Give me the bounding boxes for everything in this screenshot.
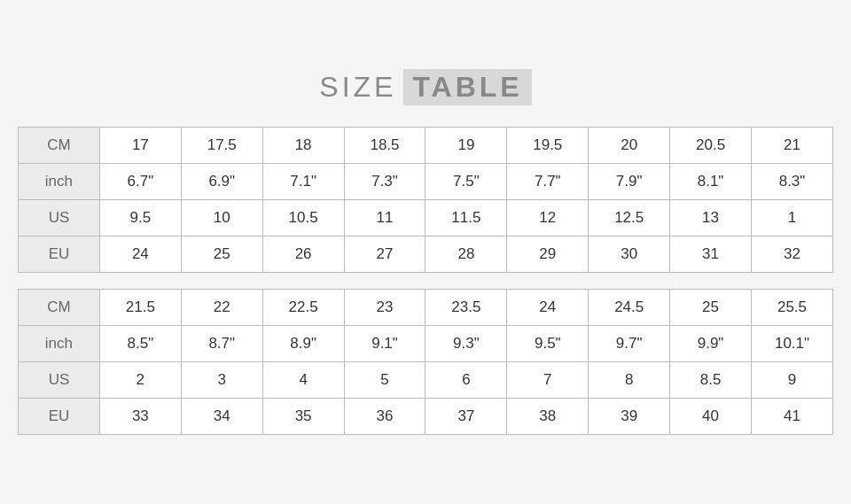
table-cell: 33 (99, 399, 181, 435)
table-cell: 23 (344, 290, 426, 326)
table-cell: 9.5" (507, 326, 589, 362)
table-cell: 19 (426, 128, 507, 164)
table-cell: 12 (507, 200, 589, 236)
table-cell: 34 (181, 399, 262, 435)
table-cell: 21.5 (99, 290, 181, 326)
table-cell: 10 (181, 200, 262, 236)
row-label: US (19, 362, 100, 399)
table-cell: 40 (670, 399, 752, 435)
row-label: CM (19, 128, 100, 164)
table-cell: 20 (589, 128, 670, 164)
table-cell: 27 (344, 236, 426, 273)
table-cell: 24.5 (589, 290, 670, 326)
table-cell: 6.9" (181, 164, 262, 200)
table-cell: 32 (752, 236, 833, 273)
table-cell: 35 (262, 399, 344, 435)
table-cell: 22.5 (262, 290, 344, 326)
title-table: TABLE (403, 69, 531, 105)
table-cell: 2 (99, 362, 181, 399)
table-cell: 3 (181, 362, 262, 399)
table-cell: 9 (752, 362, 833, 399)
table-cell: 5 (344, 362, 426, 399)
table-cell: 12.5 (589, 200, 670, 236)
table-cell: 18 (262, 128, 344, 164)
table-cell: 7 (507, 362, 589, 399)
table-cell: 8 (589, 362, 670, 399)
row-label: EU (19, 399, 100, 435)
row-label: inch (19, 164, 100, 200)
title-container: SIZE TABLE (319, 69, 531, 105)
size-table-2: CM21.52222.52323.52424.52525.5inch8.5"8.… (18, 289, 833, 435)
table-row: inch8.5"8.7"8.9"9.1"9.3"9.5"9.7"9.9"10.1… (19, 326, 833, 362)
row-label: EU (19, 236, 100, 273)
table-cell: 18.5 (344, 128, 426, 164)
table-cell: 13 (670, 200, 752, 236)
table-cell: 20.5 (670, 128, 752, 164)
table-cell: 6 (426, 362, 507, 399)
table-cell: 11.5 (426, 200, 507, 236)
size-table-1: CM1717.51818.51919.52020.521inch6.7"6.9"… (18, 127, 833, 273)
table-cell: 23.5 (426, 290, 507, 326)
row-label: US (19, 200, 100, 236)
table-row: inch6.7"6.9"7.1"7.3"7.5"7.7"7.9"8.1"8.3" (19, 164, 833, 200)
table-cell: 31 (670, 236, 752, 273)
table-cell: 39 (589, 399, 670, 435)
table-cell: 30 (589, 236, 670, 273)
table-cell: 24 (507, 290, 589, 326)
table-cell: 19.5 (507, 128, 589, 164)
table-cell: 10.1" (752, 326, 833, 362)
table-cell: 8.1" (670, 164, 752, 200)
table-cell: 8.5" (99, 326, 181, 362)
table-cell: 25.5 (752, 290, 833, 326)
table-cell: 10.5 (262, 200, 344, 236)
table-cell: 7.3" (344, 164, 426, 200)
table-cell: 22 (181, 290, 262, 326)
table-cell: 1 (752, 200, 833, 236)
table-cell: 38 (507, 399, 589, 435)
table-cell: 21 (752, 128, 833, 164)
table-cell: 7.7" (507, 164, 589, 200)
table-row: EU242526272829303132 (19, 236, 833, 273)
table-row: US23456788.59 (19, 362, 833, 399)
table-cell: 9.9" (670, 326, 752, 362)
title-size: SIZE (319, 71, 396, 104)
table-cell: 37 (426, 399, 507, 435)
table-cell: 7.1" (262, 164, 344, 200)
table-cell: 9.3" (426, 326, 507, 362)
table-cell: 25 (181, 236, 262, 273)
table-cell: 8.5 (670, 362, 752, 399)
table-cell: 29 (507, 236, 589, 273)
table-cell: 25 (670, 290, 752, 326)
table-cell: 9.7" (589, 326, 670, 362)
table-cell: 8.7" (181, 326, 262, 362)
table-cell: 8.9" (262, 326, 344, 362)
table-cell: 9.5 (99, 200, 181, 236)
table-cell: 7.9" (589, 164, 670, 200)
table-cell: 11 (344, 200, 426, 236)
table-cell: 7.5" (426, 164, 507, 200)
table-cell: 28 (426, 236, 507, 273)
table-row: EU333435363738394041 (19, 399, 833, 435)
table-row: CM21.52222.52323.52424.52525.5 (19, 290, 833, 326)
table-row: CM1717.51818.51919.52020.521 (19, 128, 833, 164)
table-cell: 36 (344, 399, 426, 435)
table-cell: 4 (262, 362, 344, 399)
table-row: US9.51010.51111.51212.5131 (19, 200, 833, 236)
table-cell: 17.5 (181, 128, 262, 164)
table-cell: 26 (262, 236, 344, 273)
row-label: inch (19, 326, 100, 362)
table-cell: 6.7" (99, 164, 181, 200)
table-cell: 8.3" (752, 164, 833, 200)
table-cell: 17 (99, 128, 181, 164)
page-container: SIZE TABLE CM1717.51818.51919.52020.521i… (18, 69, 833, 435)
table-cell: 9.1" (344, 326, 426, 362)
table-cell: 41 (752, 399, 833, 435)
table-cell: 24 (99, 236, 181, 273)
row-label: CM (19, 290, 100, 326)
